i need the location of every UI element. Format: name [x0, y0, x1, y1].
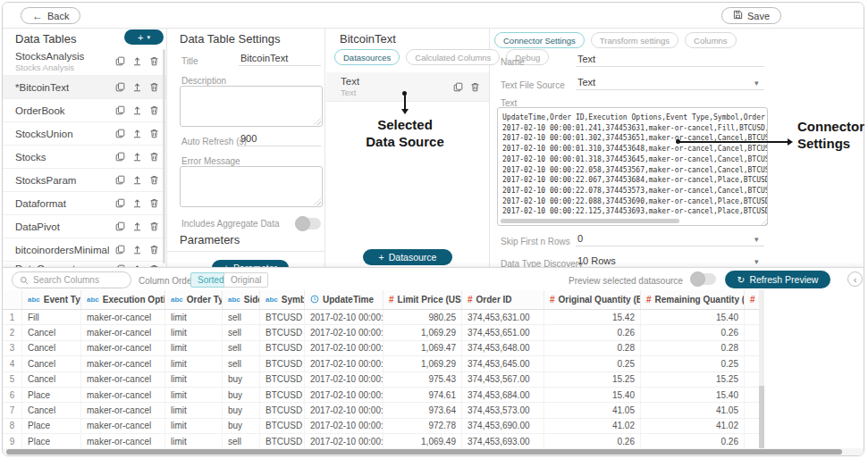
name-input[interactable] — [576, 54, 764, 67]
column-header-label: Execution Options — [103, 295, 165, 305]
copy-icon[interactable] — [452, 81, 463, 92]
upload-icon[interactable] — [131, 105, 142, 116]
column-header-execution-options[interactable]: abcExecution Options — [81, 290, 165, 309]
numeric-type-icon: # — [468, 295, 473, 305]
table-vscrollbar[interactable] — [759, 290, 764, 448]
collapse-preview-button[interactable]: ‹ — [847, 271, 863, 287]
connector-tab-connector-settings[interactable]: Connector Settings — [494, 32, 585, 48]
cell-row-number: 7 — [3, 403, 22, 417]
table-row[interactable]: 8Placemaker-or-cancellimitbuyBTCUSD2017-… — [3, 419, 759, 434]
copy-icon[interactable] — [114, 56, 125, 67]
upload-icon[interactable] — [131, 198, 142, 209]
trash-icon[interactable] — [148, 82, 159, 93]
search-columns-input[interactable] — [33, 275, 123, 285]
column-header-side[interactable]: abcSide — [223, 290, 260, 309]
trash-icon[interactable] — [148, 245, 159, 255]
column-header-updatetime[interactable]: UpdateTime — [305, 290, 383, 309]
cell-execution-options: maker-or-cancel — [81, 325, 165, 339]
upload-icon[interactable] — [131, 245, 142, 255]
column-header-original-quantity-btc[interactable]: #Original Quantity (BTC) — [544, 290, 641, 309]
datasource-tab-calculated-columns[interactable]: Calculated Columns — [406, 49, 500, 65]
refresh-preview-button[interactable]: ↻ Refresh Preview — [725, 271, 830, 288]
copy-icon[interactable] — [114, 221, 125, 232]
table-row[interactable]: 1Fillmaker-or-cancellimitsellBTCUSD2017-… — [3, 310, 759, 325]
trash-icon[interactable] — [148, 198, 159, 209]
textarea-hscrollbar[interactable] — [501, 219, 679, 223]
numeric-type-icon: # — [750, 295, 755, 305]
connector-tab-columns[interactable]: Columns — [685, 32, 737, 48]
column-header-order-id[interactable]: #Order ID — [462, 290, 544, 309]
datasource-tab-datasources[interactable]: Datasources — [334, 49, 400, 65]
file-source-select[interactable]: Text — [576, 77, 764, 90]
skip-rows-select[interactable]: 0 — [576, 233, 764, 246]
cell-event-type: Place — [22, 388, 81, 402]
table-hscrollbar[interactable] — [3, 448, 864, 455]
copy-icon[interactable] — [114, 105, 125, 116]
upload-icon[interactable] — [131, 152, 142, 163]
table-row[interactable]: 2Cancelmaker-or-cancellimitsellBTCUSD201… — [3, 325, 759, 340]
copy-icon[interactable] — [114, 129, 125, 139]
datasource-item-text[interactable]: Text Text — [326, 72, 489, 102]
description-textarea[interactable] — [180, 86, 323, 127]
column-header-limit-price-usd[interactable]: #Limit Price (USD) — [383, 290, 462, 309]
data-table-subtitle: Stocks Analysis — [15, 63, 84, 72]
trash-icon[interactable] — [148, 56, 159, 67]
sidebar-item-stocksanalysis[interactable]: StocksAnalysisStocks Analysis — [3, 47, 166, 76]
sidebar-item-datapivot[interactable]: DataPivot — [3, 215, 166, 238]
upload-icon[interactable] — [131, 221, 142, 232]
aggregate-toggle[interactable] — [296, 218, 321, 230]
copy-icon[interactable] — [114, 175, 125, 186]
copy-icon[interactable] — [114, 198, 125, 209]
sidebar-item-stocksparam[interactable]: StocksParam — [3, 169, 166, 192]
trash-icon[interactable] — [148, 152, 159, 163]
save-button[interactable]: Save — [721, 7, 781, 24]
back-button[interactable]: ← Back — [21, 7, 80, 24]
column-header-seq[interactable]: #Seq — [745, 290, 759, 309]
add-data-table-button[interactable]: + ▾ — [124, 29, 164, 45]
type-discovery-select[interactable]: 10 Rows — [576, 255, 764, 268]
add-datasource-button[interactable]: + Datasource — [363, 249, 452, 265]
trash-icon[interactable] — [469, 81, 480, 92]
trash-icon[interactable] — [148, 129, 159, 139]
cell-updatetime: 2017-02-10 00:00:01.310 — [305, 341, 383, 355]
trash-icon[interactable] — [148, 175, 159, 186]
column-header-symbol[interactable]: abcSymbol — [260, 290, 305, 309]
table-row[interactable]: 3Cancelmaker-or-cancellimitsellBTCUSD201… — [3, 341, 759, 356]
column-order-original-button[interactable]: Original — [223, 272, 268, 288]
upload-icon[interactable] — [131, 56, 142, 67]
error-message-textarea[interactable] — [180, 166, 323, 207]
copy-icon[interactable] — [114, 245, 125, 255]
sidebar-item-bitcoinordersminimal[interactable]: bitcoinordersMinimal — [3, 238, 166, 262]
table-row[interactable]: 9Placemaker-or-cancellimitsellBTCUSD2017… — [3, 434, 759, 448]
search-columns-field[interactable] — [12, 271, 131, 288]
preview-datasource-toggle[interactable] — [691, 273, 716, 285]
sidebar-item-dataformat[interactable]: Dataformat — [3, 192, 166, 215]
sidebar-item-stocks[interactable]: Stocks — [3, 146, 166, 169]
sidebar-scrollbar[interactable] — [163, 49, 165, 263]
time-type-icon — [310, 295, 319, 305]
sidebar-item-orderbook[interactable]: OrderBook — [3, 99, 166, 122]
text-content-textarea[interactable]: UpdateTime,Order ID,Execution Options,Ev… — [497, 107, 768, 226]
column-header-row-number[interactable] — [3, 290, 22, 309]
upload-icon[interactable] — [131, 175, 142, 186]
column-header-order-type[interactable]: abcOrder Type — [165, 290, 223, 309]
upload-icon[interactable] — [131, 82, 142, 93]
table-row[interactable]: 4Cancelmaker-or-cancellimitsellBTCUSD201… — [3, 356, 759, 371]
table-row[interactable]: 7Cancelmaker-or-cancellimitbuyBTCUSD2017… — [3, 403, 759, 418]
copy-icon[interactable] — [114, 82, 125, 93]
trash-icon[interactable] — [148, 221, 159, 232]
trash-icon[interactable] — [148, 105, 159, 116]
table-row[interactable]: 5Cancelmaker-or-cancellimitbuyBTCUSD2017… — [3, 372, 759, 388]
column-header-event-type[interactable]: abcEvent Type — [22, 290, 81, 309]
upload-icon[interactable] — [131, 129, 142, 139]
table-row[interactable]: 6Placemaker-or-cancellimitbuyBTCUSD2017-… — [3, 388, 759, 403]
auto-refresh-input[interactable] — [239, 133, 321, 146]
copy-icon[interactable] — [114, 152, 125, 163]
title-input[interactable] — [239, 53, 321, 66]
sidebar-item-stocksunion[interactable]: StocksUnion — [3, 122, 166, 146]
sidebar-item-bitcointext[interactable]: *BitcoinText — [3, 76, 166, 99]
text-type-icon: abc — [87, 296, 99, 304]
connector-tab-transform-settings[interactable]: Transform settings — [591, 32, 678, 48]
column-header-remaining-quantity-btc[interactable]: #Remaining Quantity (BTC) — [641, 290, 745, 309]
cell-order-type: limit — [165, 341, 223, 355]
